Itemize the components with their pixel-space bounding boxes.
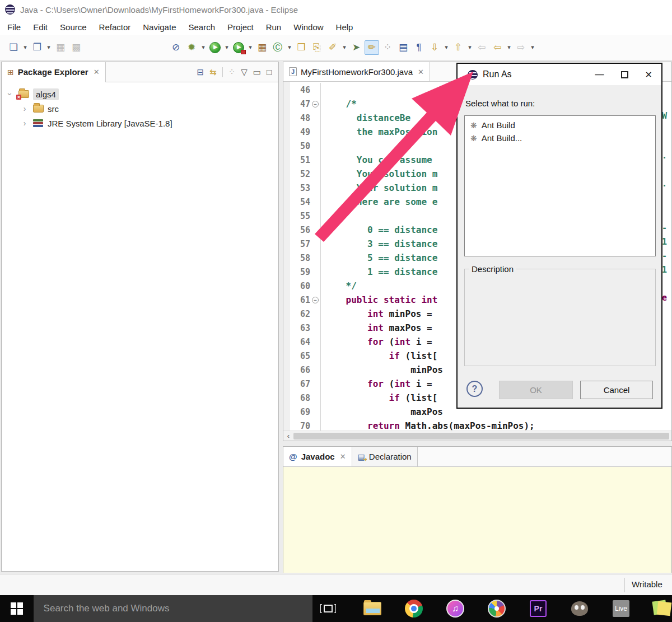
run-options-list[interactable]: ❋Ant Build❋Ant Build... — [464, 115, 656, 256]
tree-item-label: JRE System Library [JavaSE-1.8] — [48, 119, 172, 128]
run-icon[interactable] — [208, 40, 222, 55]
previous-annotation-icon[interactable]: ⇧ — [451, 40, 465, 55]
minimize-icon[interactable]: ▭ — [253, 67, 261, 77]
dropdown-arrow-icon[interactable]: ▾ — [199, 40, 207, 55]
last-edit-location-icon[interactable]: ⇦ — [474, 40, 489, 55]
new-java-ee-project-icon[interactable]: ▦ — [255, 40, 269, 55]
editor-tab[interactable]: J MyFirstHomeworkFor300.java ✕ — [283, 62, 430, 81]
save-icon[interactable]: ▦ — [53, 40, 68, 55]
save-all-icon[interactable]: ▩ — [69, 40, 83, 55]
menu-run[interactable]: Run — [260, 20, 288, 34]
line-number: 51 — [283, 155, 310, 165]
dropdown-arrow-icon[interactable]: ▾ — [223, 40, 231, 55]
tree-item-algs4[interactable]: ›✕algs4 — [2, 87, 278, 101]
taskbar-notes-icon[interactable] — [653, 599, 672, 618]
declaration-icon: ▤➜ — [358, 452, 365, 461]
debug-icon[interactable]: ✹ — [184, 40, 199, 55]
ok-button[interactable]: OK — [499, 381, 573, 399]
close-icon[interactable]: ✕ — [340, 452, 346, 461]
open-task-icon[interactable]: ⎘ — [310, 40, 324, 55]
menu-file[interactable]: File — [1, 20, 27, 34]
run-option-ant-build[interactable]: ❋Ant Build — [465, 119, 655, 132]
show-source-icon[interactable]: ▤ — [396, 40, 410, 55]
dropdown-arrow-icon[interactable]: ▾ — [45, 40, 53, 55]
build-icon[interactable]: ⁘ — [380, 40, 395, 55]
tree-item-src[interactable]: ›src — [2, 101, 278, 116]
collapse-all-icon[interactable]: ⊟ — [197, 67, 204, 77]
chevron-down-icon[interactable]: › — [6, 90, 15, 98]
menu-refactor[interactable]: Refactor — [93, 20, 137, 34]
new-class-icon[interactable]: Ⓒ — [270, 40, 285, 55]
dialog-title-bar[interactable]: Run As — ✕ — [458, 64, 661, 85]
fold-collapse-icon[interactable]: − — [312, 297, 319, 303]
search-icon[interactable]: ✐ — [325, 40, 340, 55]
new-java-project-icon[interactable]: ❐ — [30, 40, 44, 55]
forward-icon[interactable]: ⇨ — [514, 40, 528, 55]
show-whitespace-icon[interactable]: ¶ — [412, 40, 426, 55]
taskbar-chrome-icon[interactable] — [404, 599, 423, 618]
view-dropdown-icon[interactable]: ▽ — [241, 67, 248, 77]
dropdown-arrow-icon[interactable]: ▾ — [529, 40, 536, 55]
error-badge-icon: ✕ — [16, 95, 21, 100]
dropdown-arrow-icon[interactable]: ▾ — [340, 40, 348, 55]
fold-collapse-icon[interactable]: − — [312, 101, 319, 107]
task-view-button[interactable] — [312, 595, 344, 622]
dropdown-arrow-icon[interactable]: ▾ — [246, 40, 254, 55]
next-annotation-icon[interactable]: ⇩ — [427, 40, 442, 55]
open-type-icon[interactable]: ❒ — [294, 40, 309, 55]
dropdown-arrow-icon[interactable]: ▾ — [466, 40, 474, 55]
new-wizard-icon[interactable]: ❏ — [6, 40, 21, 55]
taskbar-search-input[interactable] — [34, 595, 313, 622]
chevron-right-icon[interactable]: › — [21, 104, 29, 113]
scrollbar-thumb[interactable] — [293, 433, 669, 439]
dropdown-arrow-icon[interactable]: ▾ — [21, 40, 29, 55]
run-option-ant-build-[interactable]: ❋Ant Build... — [465, 132, 655, 144]
tree-item-label: algs4 — [33, 88, 59, 100]
package-folder-icon — [33, 105, 44, 113]
menu-navigate[interactable]: Navigate — [137, 20, 182, 34]
mark-occurrences-icon[interactable]: ✏ — [365, 40, 379, 55]
menu-edit[interactable]: Edit — [27, 20, 54, 34]
maximize-icon[interactable] — [621, 71, 628, 78]
declaration-tab[interactable]: ▤➜ Declaration — [352, 447, 418, 466]
view-menu-icon[interactable]: ⁘ — [228, 67, 236, 77]
line-number: 63 — [283, 323, 310, 333]
menu-source[interactable]: Source — [54, 20, 93, 34]
taskbar-picasa-icon[interactable] — [487, 599, 506, 618]
chevron-right-icon[interactable]: › — [21, 119, 29, 128]
line-number: 50 — [283, 141, 310, 151]
back-icon[interactable]: ⇦ — [490, 40, 505, 55]
close-icon[interactable]: ✕ — [645, 69, 652, 80]
maximize-icon[interactable]: □ — [267, 67, 272, 77]
dropdown-arrow-icon[interactable]: ▾ — [286, 40, 293, 55]
dropdown-arrow-icon[interactable]: ▾ — [505, 40, 513, 55]
horizontal-scrollbar[interactable]: ‹ — [283, 431, 671, 441]
external-annotations-icon[interactable]: ➤ — [349, 40, 363, 55]
link-with-editor-icon[interactable]: ⇆ — [209, 67, 217, 77]
close-icon[interactable]: ✕ — [94, 68, 100, 76]
cancel-button[interactable]: Cancel — [580, 381, 653, 399]
coverage-icon[interactable] — [231, 40, 246, 55]
close-icon[interactable]: ✕ — [418, 68, 424, 76]
minimize-icon[interactable]: — — [595, 69, 604, 79]
skip-breakpoints-icon[interactable]: ⊘ — [169, 40, 183, 55]
task-view-icon — [320, 604, 322, 613]
taskbar-gimp-icon[interactable] — [570, 599, 589, 618]
taskbar-itunes-icon[interactable]: ♫ — [446, 599, 465, 618]
taskbar-premiere-icon[interactable]: Pr — [529, 599, 548, 618]
package-explorer-tab[interactable]: ⊞ Package Explorer ✕ — [2, 62, 106, 82]
menu-help[interactable]: Help — [330, 20, 360, 34]
help-button[interactable]: ? — [466, 381, 483, 397]
menu-window[interactable]: Window — [287, 20, 329, 34]
dropdown-arrow-icon[interactable]: ▾ — [442, 40, 450, 55]
menu-search[interactable]: Search — [182, 20, 221, 34]
taskbar-explorer-icon[interactable] — [363, 599, 382, 618]
taskbar-live-icon[interactable]: Live — [612, 599, 631, 618]
menu-project[interactable]: Project — [221, 20, 260, 34]
java-file-icon: J — [289, 67, 297, 76]
javadoc-tab[interactable]: @ Javadoc ✕ — [283, 447, 352, 466]
title-bar: Java - C:\Users\Owner\Downloads\MyFirstH… — [0, 0, 672, 19]
scroll-left-icon[interactable]: ‹ — [283, 432, 293, 440]
tree-item-jre[interactable]: ›JRE System Library [JavaSE-1.8] — [2, 116, 278, 130]
start-button[interactable] — [0, 595, 34, 622]
